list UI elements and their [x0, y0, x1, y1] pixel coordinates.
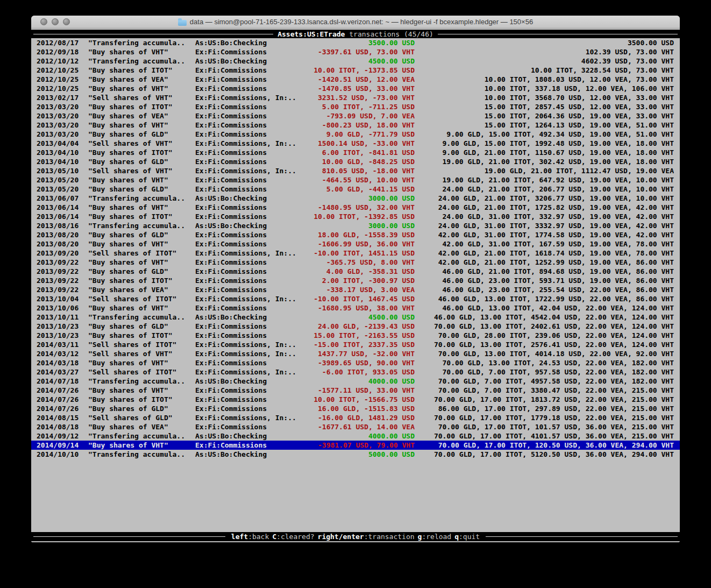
window-titlebar[interactable]: data — simon@pool-71-165-239-133.lsanca.…	[31, 16, 680, 29]
tx-account: Ex:Fi:Commissions	[195, 203, 308, 212]
tx-description: "Buy shares of VEA"	[88, 75, 195, 84]
tx-date: 2014/07/26	[37, 395, 88, 404]
tx-date: 2013/09/22	[37, 285, 88, 294]
tx-account: Ex:Fi:Commissions, In:..	[195, 139, 308, 148]
tx-account: Ex:Fi:Commissions	[195, 230, 308, 239]
transaction-row[interactable]: 2013/09/22 "Buy shares of ITOT" Ex:Fi:Co…	[31, 276, 680, 285]
tx-account: Ex:Fi:Commissions	[195, 331, 308, 340]
transaction-row[interactable]: 2013/09/22 "Buy shares of GLD" Ex:Fi:Com…	[31, 267, 680, 276]
transactions-count: transactions (45/46)	[349, 30, 433, 38]
tx-date: 2013/08/20	[37, 230, 88, 239]
tx-balance: 19.00 GLD, 21.00 ITOT, 1112.47 USD, 19.0…	[415, 166, 674, 175]
tx-description: "Buy shares of VHT"	[88, 84, 195, 93]
tx-description: "Transfering accumula..	[88, 450, 195, 459]
transaction-row[interactable]: 2014/03/27 "Sell shares of ITOT" Ex:Fi:C…	[31, 367, 680, 377]
tx-account: Ex:Fi:Commissions	[195, 185, 308, 194]
tx-balance: 70.00 GLD, 17.00 ITOT, 1813.72 USD, 22.0…	[415, 395, 674, 404]
tx-balance: 70.00 GLD, 17.00 ITOT, 4101.57 USD, 36.0…	[415, 431, 674, 441]
transaction-row[interactable]: 2014/07/26 "Buy shares of VHT" Ex:Fi:Com…	[31, 386, 680, 395]
tx-balance: 24.00 GLD, 31.00 ITOT, 3332.97 USD, 19.0…	[415, 221, 674, 230]
transaction-row[interactable]: 2013/04/10 "Buy shares of ITOT" Ex:Fi:Co…	[31, 148, 680, 157]
tx-account: As:US:Bo:Checking	[195, 221, 308, 230]
transaction-row[interactable]: 2013/04/04 "Sell shares of VHT" Ex:Fi:Co…	[31, 139, 680, 148]
tx-account: Ex:Fi:Commissions	[195, 148, 308, 157]
tx-description: "Buy shares of GLD"	[88, 230, 195, 239]
tx-date: 2013/10/06	[37, 303, 88, 313]
transaction-row[interactable]: 2013/10/04 "Sell shares of ITOT" Ex:Fi:C…	[31, 294, 680, 303]
transaction-row[interactable]: 2013/06/07 "Transfering accumula.. As:US…	[31, 194, 680, 203]
transaction-row[interactable]: 2013/08/20 "Buy shares of GLD" Ex:Fi:Com…	[31, 230, 680, 239]
transaction-row[interactable]: 2014/08/18 "Buy shares of VEA" Ex:Fi:Com…	[31, 422, 680, 431]
tx-change: 10.00 GLD, -848.25 USD	[308, 157, 415, 166]
transaction-row[interactable]: 2013/03/20 "Buy shares of GLD" Ex:Fi:Com…	[31, 130, 680, 139]
transaction-row[interactable]: 2013/10/11 "Transfering accumula.. As:US…	[31, 313, 680, 322]
key-help-bar: left:backC:cleared?right/enter:transacti…	[31, 532, 680, 541]
transaction-row[interactable]: 2014/07/18 "Transfering accumula.. As:US…	[31, 377, 680, 386]
transaction-row[interactable]: 2013/09/20 "Sell shares of ITOT" Ex:Fi:C…	[31, 249, 680, 258]
tx-account: Ex:Fi:Commissions, In:..	[195, 340, 308, 349]
tx-description: "Sell shares of VHT"	[88, 139, 195, 148]
tx-description: "Buy shares of ITOT"	[88, 331, 195, 340]
transaction-row[interactable]: 2013/08/20 "Buy shares of VHT" Ex:Fi:Com…	[31, 239, 680, 249]
transaction-row[interactable]: 2014/07/26 "Buy shares of ITOT" Ex:Fi:Co…	[31, 395, 680, 404]
transaction-row[interactable]: 2013/05/10 "Sell shares of VHT" Ex:Fi:Co…	[31, 166, 680, 175]
tx-balance: 46.00 GLD, 13.00 ITOT, 1722.99 USD, 22.0…	[415, 294, 674, 303]
transaction-row[interactable]: 2012/09/18 "Buy shares of VHT" Ex:Fi:Com…	[31, 47, 680, 56]
tx-description: "Buy shares of VHT"	[88, 303, 195, 313]
transaction-row[interactable]: 2014/03/11 "Sell shares of ITOT" Ex:Fi:C…	[31, 340, 680, 349]
transaction-row[interactable]: 2013/05/20 "Buy shares of GLD" Ex:Fi:Com…	[31, 185, 680, 194]
transaction-row[interactable]: 2014/10/10 "Transfering accumula.. As:US…	[31, 450, 680, 459]
transaction-row[interactable]: 2013/10/23 "Buy shares of ITOT" Ex:Fi:Co…	[31, 331, 680, 340]
transaction-row[interactable]: 2014/08/15 "Sell shares of GLD" Ex:Fi:Co…	[31, 413, 680, 422]
transaction-row[interactable]: 2013/09/22 "Buy shares of VHT" Ex:Fi:Com…	[31, 258, 680, 267]
tx-balance: 70.00 GLD, 17.00 ITOT, 120.50 USD, 36.00…	[415, 441, 674, 450]
tx-description: "Buy shares of VHT"	[88, 386, 195, 395]
tx-date: 2014/10/10	[37, 450, 88, 459]
tx-description: "Sell shares of GLD"	[88, 413, 195, 422]
tx-account: As:US:Bo:Checking	[195, 431, 308, 441]
transaction-row[interactable]: 2012/10/25 "Buy shares of ITOT" Ex:Fi:Co…	[31, 66, 680, 75]
transaction-row[interactable]: 2013/06/14 "Buy shares of ITOT" Ex:Fi:Co…	[31, 212, 680, 221]
close-button[interactable]	[40, 18, 47, 25]
tx-description: "Transfering accumula..	[88, 313, 195, 322]
tx-account: Ex:Fi:Commissions, In:..	[195, 349, 308, 358]
tx-change: 4500.00 USD	[308, 313, 415, 322]
zoom-button[interactable]	[63, 18, 70, 25]
transaction-row[interactable]: 2013/10/06 "Buy shares of VHT" Ex:Fi:Com…	[31, 303, 680, 313]
transaction-row[interactable]: 2013/04/10 "Buy shares of GLD" Ex:Fi:Com…	[31, 157, 680, 166]
tx-change: -3981.07 USD, 79.00 VHT	[308, 441, 415, 450]
tx-description: "Buy shares of GLD"	[88, 130, 195, 139]
transaction-row[interactable]: 2012/10/25 "Buy shares of VEA" Ex:Fi:Com…	[31, 75, 680, 84]
tx-description: "Sell shares of VHT"	[88, 349, 195, 358]
tx-balance: 70.00 GLD, 13.00 ITOT, 4014.18 USD, 22.0…	[415, 349, 674, 358]
tx-balance: 46.00 GLD, 13.00 ITOT, 42.04 USD, 22.00 …	[415, 303, 674, 313]
tx-description: "Buy shares of ITOT"	[88, 66, 195, 75]
transaction-row[interactable]: 2014/09/12 "Transfering accumula.. As:US…	[31, 431, 680, 441]
transaction-row[interactable]: 2013/10/23 "Buy shares of GLD" Ex:Fi:Com…	[31, 322, 680, 331]
divider-line	[33, 536, 225, 537]
transaction-row[interactable]: 2013/03/20 "Buy shares of VEA" Ex:Fi:Com…	[31, 111, 680, 121]
minimize-button[interactable]	[52, 18, 59, 25]
tx-account: Ex:Fi:Commissions, In:..	[195, 166, 308, 175]
transaction-row[interactable]: 2013/09/22 "Buy shares of VEA" Ex:Fi:Com…	[31, 285, 680, 294]
tx-date: 2013/09/22	[37, 258, 88, 267]
transaction-row[interactable]: 2013/06/14 "Buy shares of VHT" Ex:Fi:Com…	[31, 203, 680, 212]
tx-balance: 10.00 ITOT, 3228.54 USD, 73.00 VHT	[415, 66, 674, 75]
transaction-row[interactable]: 2012/10/25 "Buy shares of VHT" Ex:Fi:Com…	[31, 84, 680, 93]
transaction-row[interactable]: 2014/03/18 "Buy shares of VHT" Ex:Fi:Com…	[31, 358, 680, 367]
transaction-row[interactable]: 2013/02/17 "Sell shares of VHT" Ex:Fi:Co…	[31, 93, 680, 102]
tx-change: 24.00 GLD, -2139.43 USD	[308, 322, 415, 331]
transaction-row[interactable]: 2012/10/12 "Transfering accumula.. As:US…	[31, 56, 680, 66]
transaction-row[interactable]: 2013/03/20 "Buy shares of VHT" Ex:Fi:Com…	[31, 121, 680, 130]
tx-account: As:US:Bo:Checking	[195, 38, 308, 47]
tx-change: 16.00 GLD, -1515.83 USD	[308, 404, 415, 413]
transaction-row[interactable]: 2013/03/20 "Buy shares of ITOT" Ex:Fi:Co…	[31, 102, 680, 111]
transaction-row[interactable]: 2012/08/17 "Transfering accumula.. As:US…	[31, 38, 680, 47]
transaction-row[interactable]: 2013/05/20 "Buy shares of VHT" Ex:Fi:Com…	[31, 175, 680, 185]
tx-change: -10.00 ITOT, 1451.15 USD	[308, 249, 415, 258]
transaction-row[interactable]: 2014/07/26 "Buy shares of GLD" Ex:Fi:Com…	[31, 404, 680, 413]
transaction-row[interactable]: 2013/08/16 "Transfering accumula.. As:US…	[31, 221, 680, 230]
tx-account: Ex:Fi:Commissions	[195, 422, 308, 431]
transaction-row[interactable]: 2014/09/14 "Buy shares of VHT" Ex:Fi:Com…	[31, 441, 680, 450]
transaction-row[interactable]: 2014/03/12 "Sell shares of VHT" Ex:Fi:Co…	[31, 349, 680, 358]
